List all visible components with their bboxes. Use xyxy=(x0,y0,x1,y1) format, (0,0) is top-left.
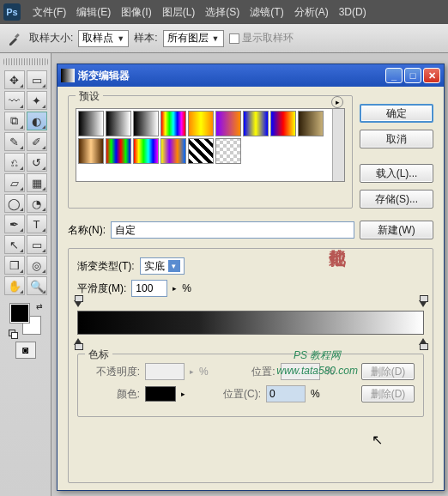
preset-swatch[interactable] xyxy=(188,138,214,164)
minimize-button[interactable]: _ xyxy=(385,68,403,83)
color-stop-left[interactable] xyxy=(74,336,82,345)
ps-logo-icon: Ps xyxy=(3,3,21,21)
opacity-stop-left[interactable] xyxy=(74,300,82,309)
preset-swatch[interactable] xyxy=(133,138,159,164)
shape-tool[interactable]: ▭ xyxy=(27,235,47,254)
percent-label: % xyxy=(182,282,191,294)
stop-color-swatch[interactable] xyxy=(145,386,176,402)
move-tool[interactable]: ✥ xyxy=(4,70,25,89)
delete-opacity-stop-button: 删除(D) xyxy=(361,363,415,380)
dialog-title: 渐变编辑器 xyxy=(78,69,384,83)
menu-filter[interactable]: 滤镜(T) xyxy=(245,5,288,20)
preset-menu-icon[interactable]: ▸ xyxy=(331,96,343,108)
show-sample-ring-checkbox[interactable]: 显示取样环 xyxy=(229,31,294,45)
brush-tool[interactable]: ✐ xyxy=(27,132,47,151)
preset-swatch[interactable] xyxy=(160,111,186,136)
svg-rect-0 xyxy=(15,33,20,38)
delete-color-stop-button: 删除(D) xyxy=(361,385,415,402)
3d-camera-tool[interactable]: ◎ xyxy=(27,256,47,275)
dodge-tool[interactable]: ◔ xyxy=(27,194,47,213)
default-colors-icon[interactable] xyxy=(9,330,15,336)
menu-image[interactable]: 图像(I) xyxy=(116,5,156,20)
dialog-titlebar[interactable]: 渐变编辑器 _ □ ✕ xyxy=(58,64,444,87)
color-stop-right[interactable] xyxy=(419,336,427,345)
name-input[interactable]: 自定 xyxy=(111,221,354,239)
clone-stamp-tool[interactable]: ⎌ xyxy=(4,153,25,172)
sample-size-label: 取样大小: xyxy=(29,31,73,45)
maximize-button[interactable]: □ xyxy=(404,68,421,83)
preset-swatch[interactable] xyxy=(78,111,104,136)
color-position-input[interactable]: 0 xyxy=(266,385,306,402)
menu-file[interactable]: 文件(F) xyxy=(27,5,71,20)
sample-layers-select[interactable]: 所有图层▼ xyxy=(163,30,224,47)
preset-swatch[interactable] xyxy=(160,138,186,164)
name-label: 名称(N): xyxy=(68,223,106,238)
percent-sign: % xyxy=(199,366,209,378)
percent-sign: % xyxy=(311,388,320,400)
stops-group: 色标 不透明度: ▸ % 位置: % 删除(D) 颜色: ▸ 位置(C): 0 … xyxy=(77,354,424,417)
close-button[interactable]: ✕ xyxy=(423,68,440,83)
healing-brush-tool[interactable]: ✎ xyxy=(4,132,25,151)
sample-size-select[interactable]: 取样点▼ xyxy=(78,30,129,47)
smoothness-input[interactable]: 100 xyxy=(131,280,167,297)
preset-swatch[interactable] xyxy=(215,111,241,136)
opacity-stop-right[interactable] xyxy=(419,300,427,309)
menu-select[interactable]: 选择(S) xyxy=(200,5,245,20)
gradient-tool[interactable]: ▦ xyxy=(27,173,47,192)
magic-wand-tool[interactable]: ✦ xyxy=(27,91,47,110)
app-menubar: Ps 文件(F) 编辑(E) 图像(I) 图层(L) 选择(S) 滤镜(T) 分… xyxy=(0,0,448,24)
opacity-position-input xyxy=(281,363,320,380)
menu-layer[interactable]: 图层(L) xyxy=(157,5,201,20)
preset-swatch[interactable] xyxy=(106,111,131,136)
gradient-editor-dialog: 渐变编辑器 _ □ ✕ 预设 ▸ xyxy=(57,64,445,491)
type-tool[interactable]: T xyxy=(27,215,47,233)
save-button[interactable]: 存储(S)... xyxy=(360,190,433,209)
preset-scrollbar[interactable] xyxy=(332,109,344,181)
toolbox: ✥ ▭ 〰 ✦ ⧉ ◐ ✎ ✐ ⎌ ↺ ▱ ▦ ◯ ◔ ✒ T ↖ ▭ ❒ ◎ … xyxy=(0,53,51,496)
preset-swatch[interactable] xyxy=(243,111,269,136)
preset-swatch[interactable] xyxy=(78,138,104,164)
preset-swatch[interactable] xyxy=(215,138,241,164)
menu-analysis[interactable]: 分析(A) xyxy=(289,5,334,20)
ok-button[interactable]: 确定 xyxy=(360,104,433,123)
lasso-tool[interactable]: 〰 xyxy=(4,91,25,110)
foreground-color-swatch[interactable] xyxy=(10,304,29,323)
new-button[interactable]: 新建(W) xyxy=(360,221,433,239)
preset-swatch[interactable] xyxy=(106,138,131,164)
gradient-preview-bar[interactable] xyxy=(77,311,424,335)
quick-mask-toggle[interactable]: ◙ xyxy=(15,342,36,359)
position-label: 位置: xyxy=(222,365,275,379)
preset-group: 预设 ▸ xyxy=(68,95,353,209)
preset-swatch[interactable] xyxy=(188,111,214,136)
3d-tool[interactable]: ❒ xyxy=(4,256,25,275)
swap-colors-icon[interactable]: ⇄ xyxy=(36,302,43,311)
preset-swatch[interactable] xyxy=(298,111,324,136)
opacity-input xyxy=(145,363,185,380)
position-c-label: 位置(C): xyxy=(208,387,261,402)
history-brush-tool[interactable]: ↺ xyxy=(27,153,47,172)
color-swatches[interactable]: ⇄ xyxy=(10,304,41,335)
marquee-tool[interactable]: ▭ xyxy=(27,70,47,89)
pen-tool[interactable]: ✒ xyxy=(4,215,25,233)
eraser-tool[interactable]: ▱ xyxy=(4,173,25,192)
path-select-tool[interactable]: ↖ xyxy=(4,235,25,254)
toolbox-grip[interactable] xyxy=(3,58,48,65)
preset-swatch[interactable] xyxy=(270,111,296,136)
gradient-bar-editor[interactable] xyxy=(77,311,424,335)
crop-tool[interactable]: ⧉ xyxy=(4,112,25,130)
preset-list[interactable] xyxy=(76,109,332,181)
blur-tool[interactable]: ◯ xyxy=(4,194,25,213)
gradient-type-select[interactable]: 实底▾ xyxy=(140,257,185,275)
zoom-tool[interactable]: 🔍 xyxy=(27,276,47,295)
preset-swatch[interactable] xyxy=(133,111,159,136)
hand-tool[interactable]: ✋ xyxy=(4,276,25,295)
load-button[interactable]: 载入(L)... xyxy=(360,164,433,183)
gradient-type-label: 渐变类型(T): xyxy=(77,259,135,274)
cancel-button[interactable]: 取消 xyxy=(360,130,433,148)
menu-edit[interactable]: 编辑(E) xyxy=(71,5,116,20)
options-bar: 取样大小: 取样点▼ 样本: 所有图层▼ 显示取样环 xyxy=(0,24,448,53)
svg-rect-1 xyxy=(61,69,75,82)
eyedropper-icon[interactable] xyxy=(5,28,24,49)
eyedropper-tool[interactable]: ◐ xyxy=(27,112,47,130)
menu-3d[interactable]: 3D(D) xyxy=(334,6,372,18)
